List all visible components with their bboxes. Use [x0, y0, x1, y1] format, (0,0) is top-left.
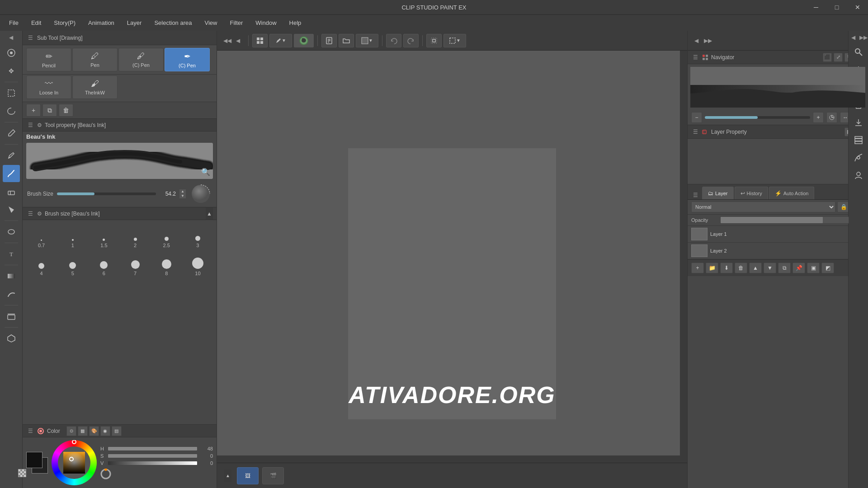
menu-story[interactable]: Story(P)	[48, 18, 81, 28]
window-controls[interactable]: ─ □ ✕	[806, 0, 868, 14]
layer-property-menu-icon[interactable]: ☰	[691, 128, 699, 136]
layer-tabs-menu-icon[interactable]: ☰	[691, 191, 699, 199]
tool-property-gear-icon[interactable]: ⚙	[37, 122, 42, 128]
close-button[interactable]: ✕	[847, 0, 868, 14]
copy-sub-tool-button[interactable]: ⧉	[42, 104, 57, 117]
canvas-main[interactable]: ATIVADORE.ORG	[217, 51, 687, 463]
canvas-scroll-up-arrow[interactable]: ▲	[224, 469, 231, 482]
prev-page-arrow[interactable]: ◀◀	[222, 36, 232, 46]
size-cell-4[interactable]: 4	[26, 251, 57, 278]
tool-move[interactable]: ✥	[3, 62, 20, 80]
color-mode-swatch[interactable]: ◉	[100, 426, 110, 436]
right-tool-effects[interactable]	[850, 150, 867, 166]
tool-brush[interactable]	[3, 165, 20, 182]
layer-mask-btn[interactable]: ◩	[821, 263, 834, 273]
brush-size-slider[interactable]	[57, 192, 156, 195]
color-mode-rgb[interactable]: 🎨	[89, 426, 99, 436]
size-cell-07[interactable]: 0.7	[26, 223, 57, 250]
tool-selection[interactable]	[3, 84, 20, 102]
tool-fill[interactable]	[3, 201, 20, 218]
color-panel-menu-icon[interactable]: ☰	[26, 427, 34, 435]
layer-blend-mode-select[interactable]: Normal Multiply Screen	[691, 202, 835, 212]
open-folder-button[interactable]	[339, 34, 354, 47]
add-folder-btn[interactable]: 📁	[706, 263, 718, 273]
layer-fill-btn[interactable]: ▣	[807, 263, 820, 273]
value-slider[interactable]	[108, 461, 198, 465]
canvas-page-btn-1[interactable]: 🖼	[237, 467, 259, 484]
navigator-preview-area[interactable]	[690, 67, 865, 108]
layer-move-down-btn[interactable]: ▼	[764, 263, 776, 273]
saturation-slider[interactable]	[108, 454, 198, 458]
canvas-scrollbar-vertical[interactable]	[680, 51, 687, 463]
tool-property-menu-icon[interactable]: ☰	[26, 121, 34, 129]
nav-angle-btn[interactable]	[826, 112, 837, 123]
menu-animation[interactable]: Animation	[83, 18, 120, 28]
maximize-button[interactable]: □	[826, 0, 847, 14]
sub-tool-menu-icon[interactable]: ☰	[26, 34, 34, 42]
layer-move-up-btn[interactable]: ▲	[749, 263, 762, 273]
sub-tool-pencil[interactable]: ✏ Pencil	[26, 48, 71, 71]
tool-pen[interactable]	[3, 147, 20, 164]
menu-layer[interactable]: Layer	[122, 18, 147, 28]
drawing-mode-button[interactable]: ▼	[269, 34, 292, 47]
right-top-prev-arrow[interactable]: ◀	[691, 36, 701, 46]
menu-help[interactable]: Help	[284, 18, 307, 28]
menu-filter[interactable]: Filter	[224, 18, 248, 28]
brush-size-panel-gear-icon[interactable]: ⚙	[37, 211, 42, 217]
sub-tool-pen[interactable]: 🖊 Pen	[72, 48, 118, 71]
brush-size-stepper[interactable]: ▲ ▼	[179, 189, 186, 198]
grid-view-button[interactable]	[252, 34, 268, 47]
brush-preview-settings-icon[interactable]: 🔍	[201, 168, 210, 176]
size-cell-7[interactable]: 7	[120, 251, 150, 278]
menu-file[interactable]: File	[4, 18, 24, 28]
right-nav-prev[interactable]: ◀	[848, 33, 858, 42]
nav-zoom-in-btn[interactable]: +	[813, 112, 824, 123]
navigator-zoom-icon[interactable]: ⤢	[834, 53, 843, 62]
nav-zoom-slider[interactable]	[705, 116, 810, 119]
canvas-page-btn-2[interactable]: 🎬	[262, 467, 284, 484]
tab-auto-action[interactable]: ⚡ Auto Action	[769, 187, 815, 199]
minimize-button[interactable]: ─	[806, 0, 826, 14]
color-mode-wheel[interactable]: ⊙	[66, 426, 76, 436]
right-tool-person[interactable]	[850, 167, 867, 183]
layer-opacity-slider[interactable]	[720, 216, 849, 224]
transform-button[interactable]	[426, 34, 442, 47]
navigator-menu-icon[interactable]: ☰	[691, 53, 699, 61]
size-cell-15[interactable]: 1.5	[89, 223, 119, 250]
tool-3d[interactable]	[3, 330, 20, 347]
size-cell-6[interactable]: 6	[89, 251, 119, 278]
tool-animation[interactable]	[3, 308, 20, 325]
tool-shape[interactable]	[3, 223, 20, 240]
tool-view[interactable]	[3, 44, 20, 61]
layer-reference-btn[interactable]: 📌	[793, 263, 805, 273]
selection-mode-button[interactable]: ▼	[443, 34, 466, 47]
new-page-button[interactable]	[321, 34, 337, 47]
brush-size-up[interactable]: ▲	[179, 189, 186, 194]
add-sub-tool-button[interactable]: +	[26, 104, 41, 117]
size-cell-2[interactable]: 2	[120, 223, 150, 250]
canvas-scrollbar-horizontal[interactable]	[217, 455, 680, 463]
color-mode-hsv[interactable]: ▦	[78, 426, 88, 436]
size-cell-10[interactable]: 10	[183, 251, 213, 278]
fill-color-button[interactable]: ▼	[356, 34, 378, 47]
right-tool-download[interactable]	[850, 114, 867, 131]
size-cell-25[interactable]: 2.5	[151, 223, 182, 250]
menu-selection-area[interactable]: Selection area	[149, 18, 197, 28]
right-tool-search[interactable]	[850, 44, 867, 60]
brush-size-down[interactable]: ▼	[179, 194, 186, 198]
right-nav-next[interactable]: ▶▶	[859, 33, 868, 42]
color-wheel[interactable]	[52, 440, 97, 485]
brush-size-panel-menu-icon[interactable]: ☰	[26, 210, 34, 218]
layer-row-1[interactable]: Layer 1 👁 🔒	[688, 226, 868, 243]
size-cell-1[interactable]: 1	[57, 223, 88, 250]
redo-button[interactable]	[403, 34, 419, 47]
sub-tool-cpen1[interactable]: 🖋 (C) Pen	[118, 48, 164, 71]
sub-tool-loosein[interactable]: 〰 Loose In	[26, 75, 71, 99]
navigator-fit-icon[interactable]: ⬛	[823, 53, 832, 62]
undo-button[interactable]	[386, 34, 401, 47]
hue-slider[interactable]	[108, 446, 198, 451]
nav-zoom-out-btn[interactable]: −	[691, 112, 702, 123]
right-top-next-arrow[interactable]: ▶▶	[703, 36, 713, 46]
menu-edit[interactable]: Edit	[26, 18, 47, 28]
size-cell-8[interactable]: 8	[151, 251, 182, 278]
